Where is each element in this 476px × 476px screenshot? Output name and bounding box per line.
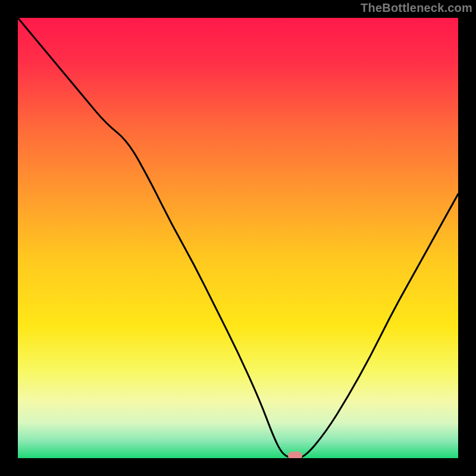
optimum-marker [288, 452, 302, 458]
plot-area [18, 18, 458, 458]
watermark-text: TheBottleneck.com [361, 1, 472, 15]
chart-outer: TheBottleneck.com [0, 0, 476, 476]
bottleneck-curve [18, 18, 458, 458]
